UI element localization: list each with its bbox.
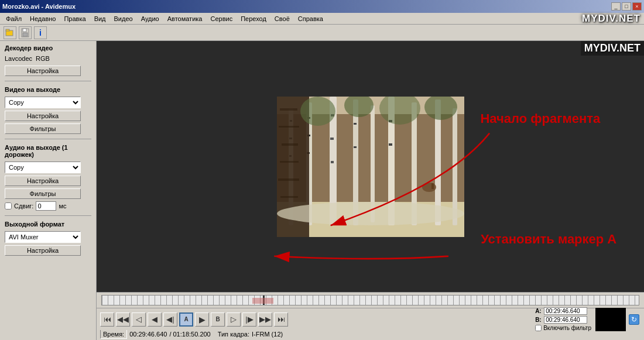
toolbar: i <box>0 25 644 41</box>
menu-audio[interactable]: Аудио <box>138 14 163 23</box>
minimize-button[interactable]: _ <box>611 2 621 11</box>
svg-point-41 <box>277 202 464 225</box>
video-output-settings-button[interactable]: Настройка <box>5 111 81 121</box>
title-bar: Morozko.avi - Avidemux _ □ × <box>0 0 644 13</box>
svg-rect-26 <box>389 143 392 146</box>
codec-value: RGB <box>36 55 50 62</box>
left-panel: Декодер видео Lavcodec RGB Настройка Вид… <box>0 41 97 340</box>
svg-rect-36 <box>280 196 298 198</box>
menu-bar: Файл Недавно Правка Вид Видео Аудио Авто… <box>0 13 644 25</box>
svg-rect-21 <box>354 123 357 125</box>
menu-video[interactable]: Видео <box>111 14 136 23</box>
video-output-title: Видео на выходе <box>5 86 91 93</box>
window-controls[interactable]: _ □ × <box>611 2 642 11</box>
prev-slow-button[interactable]: ◀ <box>148 312 162 327</box>
audio-output-dropdown[interactable]: Copy <box>5 162 81 173</box>
save-button[interactable] <box>19 26 32 39</box>
marker-a-field: A: 00:29:46.640 <box>535 307 591 315</box>
svg-rect-18 <box>330 138 334 140</box>
mark-b-button[interactable]: B <box>211 312 225 327</box>
separator-3 <box>5 215 91 216</box>
main-container: Декодер видео Lavcodec RGB Настройка Вид… <box>0 41 644 340</box>
video-output-filters-button[interactable]: Фильтры <box>5 123 81 134</box>
svg-rect-1 <box>6 29 9 31</box>
marker-times: A: 00:29:46.640 B: 00:29:46.640 Включить… <box>535 307 591 331</box>
next-keyframe-button[interactable]: |▶ <box>242 312 256 327</box>
info-button[interactable]: i <box>34 26 47 39</box>
close-button[interactable]: × <box>632 2 642 11</box>
menu-help[interactable]: Справка <box>294 14 327 23</box>
rewind-button[interactable]: ◀| <box>163 312 177 327</box>
audio-output-settings-button[interactable]: Настройка <box>5 176 81 186</box>
mini-preview <box>595 308 626 331</box>
menu-file[interactable]: Файл <box>2 14 25 23</box>
prev-keyframe-button[interactable]: ◀◀ <box>116 312 130 327</box>
frame-type-label: Тип кадра: <box>218 331 249 338</box>
menu-recent[interactable]: Недавно <box>26 14 59 23</box>
menu-goto[interactable]: Переход <box>237 14 270 23</box>
svg-rect-22 <box>354 146 357 148</box>
include-filter-checkbox[interactable] <box>535 325 542 331</box>
open-button[interactable] <box>4 26 16 39</box>
menu-view[interactable]: Вид <box>91 14 109 23</box>
svg-rect-31 <box>280 108 297 111</box>
menu-custom[interactable]: Своё <box>271 14 293 23</box>
go-to-end-button[interactable]: ⏭ <box>274 312 288 327</box>
marker-b-time: 00:29:46.640 <box>544 316 587 324</box>
audio-output-title: Аудио на выходе (1 дорожек) <box>5 144 91 158</box>
timeline-track[interactable] <box>101 295 639 305</box>
svg-rect-4 <box>23 33 28 36</box>
video-decoder-title: Декодер видео <box>5 44 91 51</box>
codec-label: Lavcodec <box>5 55 32 62</box>
video-area: Начало фрагмента Установить маркер A MYD… <box>97 41 644 292</box>
menu-edit[interactable]: Правка <box>60 14 89 23</box>
prev-frame-button[interactable]: ◁ <box>132 312 146 327</box>
shift-label: Сдвиг: <box>14 202 33 210</box>
marker-b-label: B: <box>535 317 542 323</box>
svg-rect-35 <box>278 178 299 181</box>
menu-service[interactable]: Сервис <box>207 14 236 23</box>
codec-row: Lavcodec RGB <box>5 55 91 62</box>
maximize-button[interactable]: □ <box>622 2 631 11</box>
include-filter-row: Включить фильтр <box>535 325 591 331</box>
frame-type-status: Тип кадра: I-FRM (12) <box>218 331 283 338</box>
timeline-ticks <box>102 296 639 305</box>
include-filter-label: Включить фильтр <box>543 325 591 331</box>
time-label: Время: <box>100 329 127 339</box>
center-area: Начало фрагмента Установить маркер A MYD… <box>97 41 644 340</box>
svg-rect-3 <box>23 29 26 32</box>
svg-rect-43 <box>431 183 434 189</box>
shift-unit: мс <box>59 202 66 210</box>
svg-rect-29 <box>453 108 457 225</box>
watermark-overlay: MYDIV.NET <box>582 13 640 25</box>
svg-rect-33 <box>282 143 298 146</box>
shift-value-input[interactable] <box>36 201 56 211</box>
next-frame-button[interactable]: ▷ <box>227 312 241 327</box>
marker-a-label: A: <box>535 308 542 314</box>
svg-rect-19 <box>331 161 334 163</box>
refresh-panel: ↻ <box>628 302 640 337</box>
video-decoder-settings-button[interactable]: Настройка <box>5 66 81 76</box>
watermark: MYDIV.NET <box>581 41 644 56</box>
video-preview <box>277 97 464 237</box>
menu-auto[interactable]: Автоматика <box>164 14 206 23</box>
svg-rect-32 <box>279 126 299 128</box>
video-output-dropdown[interactable]: Copy <box>5 97 81 108</box>
refresh-button[interactable]: ↻ <box>629 314 639 325</box>
go-to-start-button[interactable]: ⏮ <box>100 312 114 327</box>
fast-forward-button[interactable]: ▶▶ <box>258 312 272 327</box>
svg-rect-34 <box>280 161 299 163</box>
separator-2 <box>5 139 91 139</box>
window-title: Morozko.avi - Avidemux <box>2 3 76 10</box>
timeline-area: ⏮ ◀◀ ◁ ◀ ◀| A ▶ B ▷ |▶ ▶▶ ⏭ A: 00:29:46.… <box>97 292 644 327</box>
output-format-settings-button[interactable]: Настройка <box>5 245 81 256</box>
separator-1 <box>5 81 91 81</box>
audio-output-filters-button[interactable]: Фильтры <box>5 188 81 199</box>
shift-checkbox[interactable] <box>5 202 12 210</box>
marker-b-field: B: 00:29:46.640 <box>535 316 591 324</box>
selection-region <box>252 298 274 304</box>
output-format-dropdown[interactable]: AVI Muxer <box>5 231 81 243</box>
frame-type-value: I-FRM (12) <box>252 331 283 338</box>
mark-a-button[interactable]: A <box>179 312 193 327</box>
play-button[interactable]: ▶ <box>195 312 209 327</box>
